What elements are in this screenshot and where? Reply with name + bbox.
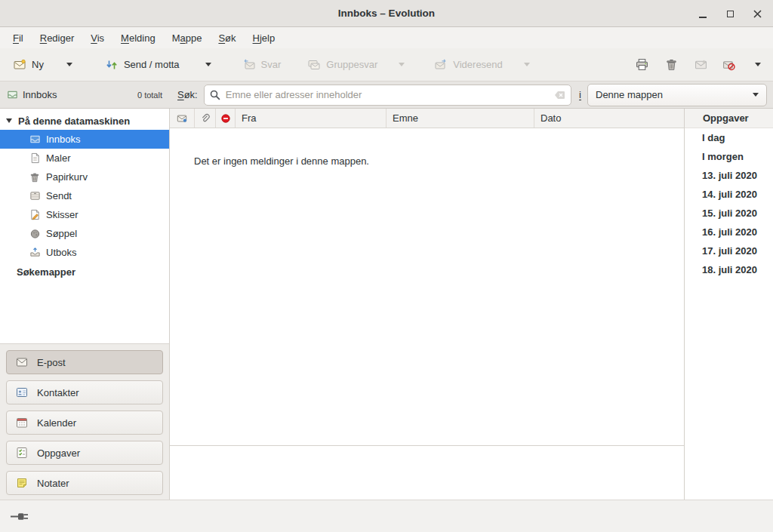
switcher-label: Kalender (37, 417, 76, 429)
folder-utboks[interactable]: Utboks (0, 243, 169, 262)
close-button[interactable] (747, 4, 767, 23)
maximize-button[interactable] (720, 4, 740, 23)
task-group-date[interactable]: 16. juli 2020 (685, 223, 773, 241)
new-button-label: Ny (32, 59, 44, 70)
print-button[interactable] (631, 54, 653, 75)
menu-vis[interactable]: Vis (82, 27, 112, 48)
folder-sendt[interactable]: Sendt (0, 186, 169, 205)
forward-icon (435, 59, 447, 71)
switcher-calendar-button[interactable]: Kalender (6, 411, 163, 435)
menu-rediger[interactable]: Rediger (32, 27, 83, 48)
group-reply-button: Gruppesvar (302, 54, 411, 75)
column-status[interactable] (170, 109, 195, 128)
column-subject[interactable]: Emne (386, 109, 534, 128)
folder-soppel[interactable]: Søppel (0, 224, 169, 243)
send-receive-icon (106, 59, 118, 71)
toolbar: Ny Send / motta Svar Gruppesvar Viderese… (0, 48, 773, 81)
switcher-label: Oppgaver (37, 447, 80, 459)
task-group-date[interactable]: 13. juli 2020 (685, 166, 773, 185)
close-icon (753, 10, 762, 18)
column-from[interactable]: Fra (236, 109, 386, 128)
titlebar[interactable]: Innboks – Evolution (0, 0, 773, 27)
switcher-mail-button[interactable]: E-post (6, 350, 163, 374)
folder-label: Utboks (46, 247, 76, 258)
send-receive-label: Send / motta (124, 59, 180, 70)
reply-icon (243, 59, 255, 71)
maximize-icon (727, 11, 734, 17)
task-group-date[interactable]: 17. juli 2020 (685, 241, 773, 260)
account-label: På denne datamaskinen (18, 115, 130, 127)
search-folders-root[interactable]: Søkemapper (0, 263, 169, 281)
reply-button: Svar (237, 54, 288, 75)
menu-rediger-label: Rediger (40, 32, 75, 44)
task-group-today[interactable]: I dag (685, 128, 773, 147)
account-on-this-computer[interactable]: På denne datamaskinen (0, 112, 169, 130)
task-group-date[interactable]: 14. juli 2020 (685, 185, 773, 204)
clear-search-icon[interactable] (554, 89, 566, 101)
column-date[interactable]: Dato (534, 109, 684, 128)
toolbar-overflow-button[interactable] (755, 63, 761, 66)
tasks-panel-header[interactable]: Oppgaver (685, 109, 773, 128)
folder-sidebar: På denne datamaskinen Innboks Maler Papi… (0, 109, 170, 500)
send-receive-button[interactable]: Send / motta (100, 54, 217, 75)
switcher-tasks-button[interactable]: Oppgaver (6, 441, 163, 465)
chevron-down-icon[interactable] (205, 63, 211, 66)
folder-skisser[interactable]: Skisser (0, 205, 169, 224)
content-area: På denne datamaskinen Innboks Maler Papi… (0, 109, 773, 500)
column-subject-label: Emne (393, 112, 418, 124)
message-list[interactable]: Det er ingen meldinger i denne mappen. (170, 128, 684, 445)
notes-icon (16, 477, 28, 489)
chevron-down-icon (753, 93, 759, 97)
chevron-down-icon[interactable] (66, 63, 72, 66)
switcher-contacts-button[interactable]: Kontakter (6, 380, 163, 404)
expander-icon[interactable] (6, 118, 12, 123)
search-icon (209, 89, 221, 101)
forward-button: Videresend (429, 54, 536, 75)
task-group-date[interactable]: 15. juli 2020 (685, 204, 773, 223)
task-group-date[interactable]: 18. juli 2020 (685, 260, 773, 279)
search-field-label: Søk: (177, 89, 198, 100)
tasks-icon (16, 447, 28, 459)
new-message-button[interactable]: Ny (8, 54, 79, 75)
search-input[interactable] (226, 89, 550, 100)
task-group-tomorrow[interactable]: I morgen (685, 147, 773, 166)
menu-mappe[interactable]: Mappe (164, 27, 211, 48)
menu-hjelp[interactable]: Hjelp (245, 27, 284, 48)
menubar: Fil Rediger Vis Melding Mappe Søk Hjelp (0, 27, 773, 48)
inbox-icon (29, 134, 41, 145)
menu-mappe-label: Mappe (172, 32, 202, 44)
search-scope-dropdown[interactable]: Denne mappen (587, 84, 767, 106)
delete-junk-button (718, 54, 740, 75)
folder-papirkurv[interactable]: Papirkurv (0, 168, 169, 186)
new-mail-icon (14, 59, 26, 71)
outbox-icon (29, 247, 41, 258)
menu-sok[interactable]: Søk (210, 27, 244, 48)
view-switcher: E-post Kontakter Kalender Oppgaver Notat… (0, 343, 169, 500)
minimize-button[interactable] (693, 4, 713, 23)
search-entry[interactable] (204, 85, 571, 106)
switcher-label: E-post (37, 357, 66, 368)
delete-button[interactable] (661, 54, 682, 75)
menu-fil-label: Fil (13, 32, 23, 44)
print-icon (636, 58, 648, 71)
importance-icon (220, 113, 231, 124)
column-importance[interactable] (216, 109, 236, 128)
switcher-notes-button[interactable]: Notater (6, 471, 163, 495)
menu-vis-label: Vis (91, 32, 104, 44)
folder-innboks[interactable]: Innboks (0, 130, 169, 149)
trash-icon (665, 58, 678, 71)
calendar-icon (16, 417, 28, 429)
folder-label: Papirkurv (46, 171, 88, 183)
folder-maler[interactable]: Maler (0, 149, 169, 168)
search-bar: Innboks 0 totalt Søk: i Denne mappen (0, 81, 773, 109)
menu-fil[interactable]: Fil (5, 27, 32, 48)
folder-label: Skisser (46, 209, 79, 220)
menu-melding[interactable]: Melding (112, 27, 164, 48)
window-title: Innboks – Evolution (0, 8, 773, 19)
menu-hjelp-label: Hjelp (253, 32, 276, 44)
mail-icon (16, 356, 28, 368)
forward-label: Videresend (453, 59, 503, 70)
column-attachment[interactable] (195, 109, 216, 128)
online-status-icon[interactable] (11, 512, 32, 521)
preview-pane (170, 446, 684, 500)
